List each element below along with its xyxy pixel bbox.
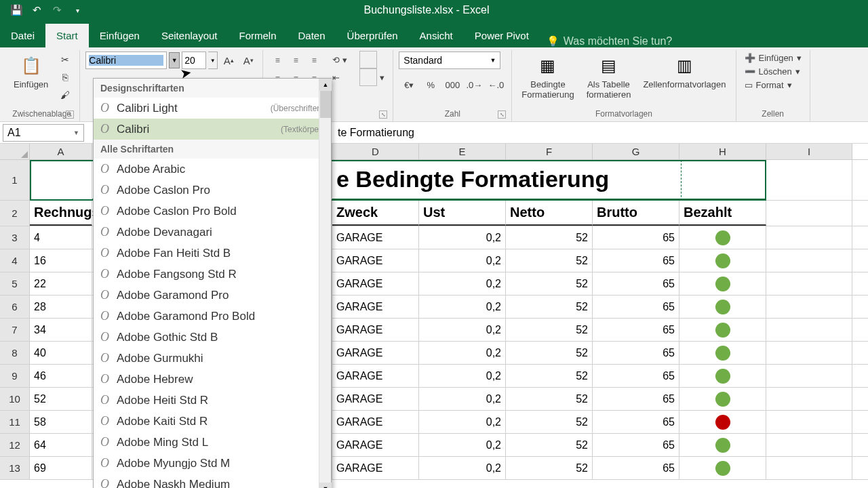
cell[interactable]: 0,2 — [419, 434, 506, 456]
font-option[interactable]: OCalibri(Textkörper) — [94, 119, 331, 140]
cell[interactable]: 0,2 — [419, 272, 506, 295]
cell[interactable]: GARAGE — [332, 434, 419, 456]
font-size-dropdown-button[interactable]: ▼ — [208, 52, 218, 69]
tab-data[interactable]: Daten — [288, 24, 336, 47]
cell[interactable]: 52 — [506, 365, 593, 387]
font-option[interactable]: OAdobe Caslon Pro Bold — [94, 201, 331, 222]
font-option[interactable]: OAdobe Gurmukhi — [94, 348, 331, 369]
cell-H2[interactable]: Bezahlt — [679, 201, 766, 226]
cell[interactable]: 34 — [30, 319, 92, 341]
tab-home[interactable]: Start — [45, 24, 89, 47]
cell[interactable]: 52 — [506, 296, 593, 318]
cell[interactable]: 0,2 — [419, 411, 506, 433]
font-option[interactable]: OAdobe Heiti Std R — [94, 390, 331, 411]
cell[interactable]: 40 — [30, 342, 92, 364]
cell[interactable]: 0,2 — [419, 365, 506, 387]
font-dropdown-scrollbar[interactable]: ▲ ▼ — [319, 79, 331, 488]
cell[interactable]: 52 — [506, 249, 593, 272]
col-header-F[interactable]: F — [506, 144, 593, 159]
cell[interactable]: 46 — [30, 365, 92, 387]
cell[interactable]: 22 — [30, 272, 92, 295]
cell-E2[interactable]: Ust — [419, 201, 506, 226]
cell[interactable]: 0,2 — [419, 342, 506, 364]
row-header[interactable]: 7 — [0, 319, 30, 341]
cell[interactable]: GARAGE — [332, 319, 419, 341]
col-header-I[interactable]: I — [766, 144, 852, 159]
font-option[interactable]: OAdobe Caslon Pro — [94, 180, 331, 201]
font-option[interactable]: OAdobe Naskh Medium — [94, 474, 331, 488]
cell[interactable]: 0,2 — [419, 249, 506, 272]
tab-page-layout[interactable]: Seitenlayout — [151, 24, 229, 47]
decrease-decimal-button[interactable]: ←.0 — [486, 76, 506, 94]
cell[interactable]: 65 — [593, 226, 679, 249]
cell[interactable]: GARAGE — [332, 272, 419, 295]
cell[interactable]: GARAGE — [332, 365, 419, 387]
cell[interactable] — [766, 296, 852, 318]
cut-button[interactable]: ✂ — [56, 52, 74, 68]
font-option[interactable]: OAdobe Myungjo Std M — [94, 453, 331, 474]
cell[interactable]: GARAGE — [332, 342, 419, 364]
cell[interactable]: 0,2 — [419, 296, 506, 318]
font-option[interactable]: OAdobe Garamond Pro — [94, 285, 331, 306]
merge-button[interactable]: ▾ — [357, 69, 387, 85]
cell[interactable]: GARAGE — [332, 457, 419, 479]
decrease-font-button[interactable]: A▾ — [239, 52, 257, 69]
wrap-text-button[interactable] — [357, 52, 387, 68]
increase-font-button[interactable]: A▴ — [220, 52, 237, 69]
insert-cells-button[interactable]: ➕Einfügen ▾ — [742, 52, 804, 64]
cell[interactable]: 58 — [30, 411, 92, 433]
font-option[interactable]: OAdobe Devanagari — [94, 222, 331, 243]
font-option[interactable]: OAdobe Fangsong Std R — [94, 264, 331, 285]
percent-button[interactable]: % — [420, 76, 441, 94]
font-name-dropdown-button[interactable]: ▼ — [169, 52, 180, 68]
name-box[interactable]: A1 ▼ — [3, 124, 84, 142]
select-all-corner[interactable] — [0, 144, 30, 159]
font-option[interactable]: OAdobe Kaiti Std R — [94, 411, 331, 432]
row-header[interactable]: 3 — [0, 226, 30, 249]
tab-review[interactable]: Überprüfen — [336, 24, 409, 47]
tab-formulas[interactable]: Formeln — [229, 24, 288, 47]
increase-decimal-button[interactable]: .0→ — [464, 76, 484, 94]
font-name-field[interactable] — [89, 55, 163, 66]
qat-customize-icon[interactable]: ▾ — [71, 4, 83, 16]
cell[interactable]: 4 — [30, 226, 92, 249]
cell[interactable]: 65 — [593, 319, 679, 341]
accounting-format-button[interactable]: €▾ — [399, 76, 419, 94]
cell[interactable] — [766, 342, 852, 364]
cell[interactable]: GARAGE — [332, 388, 419, 410]
cell-D2[interactable]: Zweck — [332, 201, 419, 226]
tell-me-box[interactable]: 💡 Was möchten Sie tun? — [547, 35, 672, 47]
font-dropdown-list[interactable]: Designschriftarten OCalibri Light(Übersc… — [93, 78, 332, 488]
cell[interactable]: 65 — [593, 388, 679, 410]
cell[interactable]: 52 — [506, 272, 593, 295]
cell[interactable]: 52 — [506, 388, 593, 410]
cell[interactable]: 65 — [593, 411, 679, 433]
name-box-dropdown-icon[interactable]: ▼ — [73, 129, 79, 136]
col-header-H[interactable]: H — [679, 144, 766, 159]
font-option[interactable]: OAdobe Fan Heiti Std B — [94, 243, 331, 264]
cell-status[interactable] — [679, 388, 766, 410]
cell-H1[interactable] — [679, 160, 766, 200]
cell-status[interactable] — [679, 249, 766, 272]
format-as-table-button[interactable]: ▤ Als Tabelle formatieren — [583, 52, 635, 103]
font-option[interactable]: OAdobe Arabic — [94, 159, 331, 180]
col-header-D[interactable]: D — [332, 144, 419, 159]
cell-title[interactable]: e Bedingte Formatierung — [332, 160, 679, 200]
cell[interactable]: 16 — [30, 249, 92, 272]
cell[interactable]: 0,2 — [419, 457, 506, 479]
row-header[interactable]: 4 — [0, 249, 30, 272]
clipboard-dialog-launcher[interactable]: ⤡ — [66, 110, 74, 119]
cell[interactable]: 69 — [30, 457, 92, 479]
scroll-down-button[interactable]: ▼ — [319, 483, 332, 488]
cell[interactable]: 52 — [506, 457, 593, 479]
cell[interactable]: GARAGE — [332, 411, 419, 433]
cell[interactable]: 65 — [593, 457, 679, 479]
font-option[interactable]: OAdobe Ming Std L — [94, 432, 331, 453]
comma-button[interactable]: 000 — [442, 76, 462, 94]
delete-cells-button[interactable]: ➖Löschen ▾ — [742, 65, 804, 78]
cell-status[interactable] — [679, 272, 766, 295]
cell-I2[interactable] — [766, 201, 852, 226]
col-header-G[interactable]: G — [593, 144, 679, 159]
tab-powerpivot[interactable]: Power Pivot — [464, 24, 540, 47]
tab-file[interactable]: Datei — [0, 24, 45, 47]
